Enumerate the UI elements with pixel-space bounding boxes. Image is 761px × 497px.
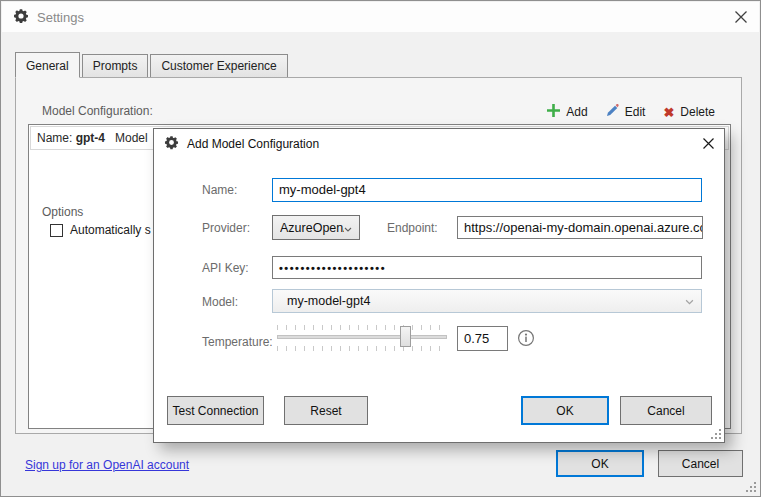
settings-cancel-button[interactable]: Cancel xyxy=(658,450,743,477)
auto-checkbox[interactable] xyxy=(50,224,63,237)
auto-checkbox-label: Automatically s xyxy=(70,223,151,237)
temperature-slider-thumb[interactable] xyxy=(400,326,411,347)
dialog-title: Add Model Configuration xyxy=(187,137,319,151)
test-connection-button[interactable]: Test Connection xyxy=(167,396,264,425)
slider-track[interactable] xyxy=(277,335,447,339)
add-button[interactable]: Add xyxy=(547,104,587,120)
delete-label: Delete xyxy=(680,105,715,119)
dialog-titlebar: Add Model Configuration xyxy=(154,129,724,159)
gear-icon xyxy=(13,8,29,27)
info-icon[interactable] xyxy=(517,329,535,350)
dialog-ok-button[interactable]: OK xyxy=(521,396,609,425)
edit-button[interactable]: Edit xyxy=(606,104,646,120)
settings-ok-button[interactable]: OK xyxy=(556,450,644,477)
api-key-label: API Key: xyxy=(202,261,249,275)
reset-button[interactable]: Reset xyxy=(284,396,368,425)
model-configuration-label: Model Configuration: xyxy=(42,104,153,118)
close-icon[interactable] xyxy=(702,137,715,150)
model-select[interactable]: my-model-gpt4 xyxy=(272,289,702,313)
temperature-slider[interactable] xyxy=(277,325,447,351)
model-label: Model: xyxy=(202,295,238,309)
slider-ticks-top xyxy=(277,325,447,330)
tab-prompts[interactable]: Prompts xyxy=(82,54,149,77)
dialog-resize-grip[interactable] xyxy=(712,430,721,439)
close-icon[interactable] xyxy=(734,10,748,24)
model-config-toolbar: Add Edit ✖ Delete xyxy=(547,104,715,120)
item-name-label: Name: xyxy=(37,131,72,145)
tab-strip: General Prompts Customer Experience xyxy=(15,51,290,77)
provider-label: Provider: xyxy=(202,221,250,235)
name-input[interactable]: my-model-gpt4 xyxy=(272,178,702,202)
item-name-value: gpt-4 xyxy=(76,131,105,145)
api-key-input[interactable]: •••••••••••••••••••• xyxy=(272,256,702,279)
openai-signup-link[interactable]: Sign up for an OpenAI account xyxy=(25,458,189,472)
chevron-down-icon xyxy=(685,294,694,308)
temperature-label: Temperature: xyxy=(202,335,273,349)
model-value: my-model-gpt4 xyxy=(287,294,685,308)
provider-value: AzureOpenAI xyxy=(280,221,344,235)
endpoint-label: Endpoint: xyxy=(387,221,438,235)
window-resize-grip[interactable] xyxy=(747,483,756,492)
gear-icon xyxy=(164,135,179,153)
item-trailing-text: Model xyxy=(115,131,148,145)
tab-general[interactable]: General xyxy=(15,52,80,78)
edit-label: Edit xyxy=(625,105,646,119)
pencil-icon xyxy=(606,104,619,120)
plus-icon xyxy=(547,104,560,120)
name-label: Name: xyxy=(202,183,237,197)
endpoint-input[interactable]: https://openai-my-domain.openai.azure.co… xyxy=(457,216,703,239)
delete-button[interactable]: ✖ Delete xyxy=(663,105,715,120)
options-group-label: Options xyxy=(42,205,83,219)
dialog-cancel-button[interactable]: Cancel xyxy=(620,396,712,425)
settings-window: Settings General Prompts Customer Experi… xyxy=(0,0,761,497)
settings-titlebar: Settings xyxy=(2,2,759,32)
delete-x-icon: ✖ xyxy=(663,105,674,120)
auto-option-row: Automatically s xyxy=(50,223,156,237)
add-label: Add xyxy=(566,105,587,119)
provider-select[interactable]: AzureOpenAI xyxy=(272,215,360,240)
tab-customer-experience[interactable]: Customer Experience xyxy=(150,54,287,77)
chevron-down-icon xyxy=(344,221,352,235)
window-title: Settings xyxy=(37,10,84,25)
slider-ticks-bottom xyxy=(277,346,447,351)
add-model-configuration-dialog: Add Model Configuration Name: my-model-g… xyxy=(153,128,725,443)
temperature-value-input[interactable]: 0.75 xyxy=(457,326,508,351)
